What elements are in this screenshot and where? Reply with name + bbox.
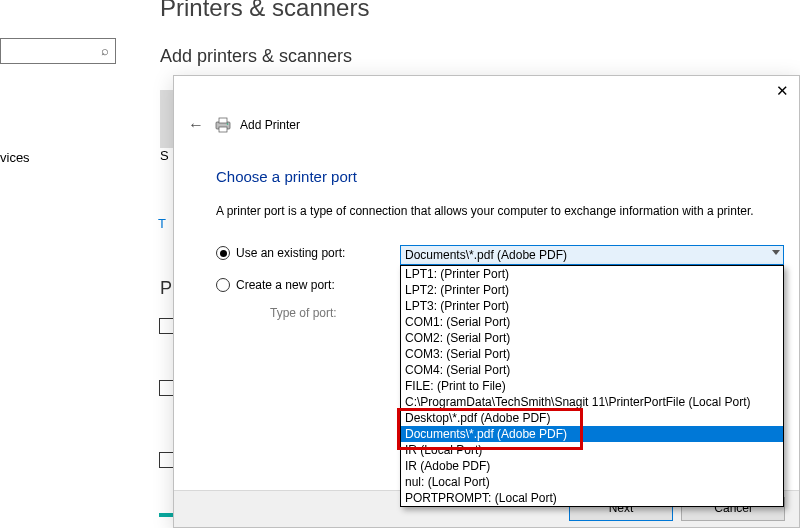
- wizard-header: ← Add Printer: [186, 116, 300, 134]
- port-option[interactable]: C:\ProgramData\TechSmith\Snagit 11\Print…: [401, 394, 783, 410]
- radio-label: Create a new port:: [236, 278, 335, 292]
- svg-rect-1: [219, 118, 227, 123]
- port-option[interactable]: COM1: (Serial Port): [401, 314, 783, 330]
- port-option[interactable]: IR (Adobe PDF): [401, 458, 783, 474]
- radio-use-existing-port[interactable]: Use an existing port:: [216, 246, 345, 260]
- port-option[interactable]: IR (Local Port): [401, 442, 783, 458]
- port-option[interactable]: LPT2: (Printer Port): [401, 282, 783, 298]
- radio-label: Use an existing port:: [236, 246, 345, 260]
- bg-letter-t: T: [158, 216, 166, 231]
- port-option[interactable]: LPT1: (Printer Port): [401, 266, 783, 282]
- port-option[interactable]: COM2: (Serial Port): [401, 330, 783, 346]
- radio-create-new-port[interactable]: Create a new port:: [216, 278, 335, 292]
- sidebar-item-devices-truncated[interactable]: vices: [0, 150, 30, 165]
- page-title: Printers & scanners: [160, 0, 369, 22]
- port-option[interactable]: Documents\*.pdf (Adobe PDF): [401, 426, 783, 442]
- printer-icon: [214, 117, 232, 133]
- wizard-title: Add Printer: [240, 118, 300, 132]
- port-option[interactable]: COM3: (Serial Port): [401, 346, 783, 362]
- add-printer-wizard: ✕ ← Add Printer Choose a printer port A …: [173, 75, 800, 528]
- wizard-heading: Choose a printer port: [216, 168, 357, 185]
- port-option[interactable]: nul: (Local Port): [401, 474, 783, 490]
- chevron-down-icon: [772, 250, 780, 255]
- sidebar-search-input[interactable]: ⌕: [0, 38, 116, 64]
- search-icon: ⌕: [101, 43, 109, 58]
- type-of-port-label: Type of port:: [270, 306, 337, 320]
- back-arrow-icon[interactable]: ←: [186, 116, 206, 134]
- wizard-description: A printer port is a type of connection t…: [216, 204, 754, 218]
- combobox-value: Documents\*.pdf (Adobe PDF): [405, 248, 567, 262]
- port-option[interactable]: PORTPROMPT: (Local Port): [401, 490, 783, 506]
- port-option[interactable]: FILE: (Print to File): [401, 378, 783, 394]
- radio-icon: [216, 246, 230, 260]
- bg-letter-p: P: [160, 278, 172, 299]
- port-option[interactable]: Desktop\*.pdf (Adobe PDF): [401, 410, 783, 426]
- bg-letter-s: S: [160, 148, 169, 163]
- port-combobox[interactable]: Documents\*.pdf (Adobe PDF): [400, 245, 784, 265]
- svg-point-3: [227, 123, 229, 125]
- svg-rect-2: [219, 127, 227, 132]
- radio-icon: [216, 278, 230, 292]
- close-button[interactable]: ✕: [773, 82, 791, 100]
- section-header-add: Add printers & scanners: [160, 46, 352, 67]
- port-dropdown-list[interactable]: LPT1: (Printer Port)LPT2: (Printer Port)…: [400, 265, 784, 507]
- port-option[interactable]: LPT3: (Printer Port): [401, 298, 783, 314]
- port-option[interactable]: COM4: (Serial Port): [401, 362, 783, 378]
